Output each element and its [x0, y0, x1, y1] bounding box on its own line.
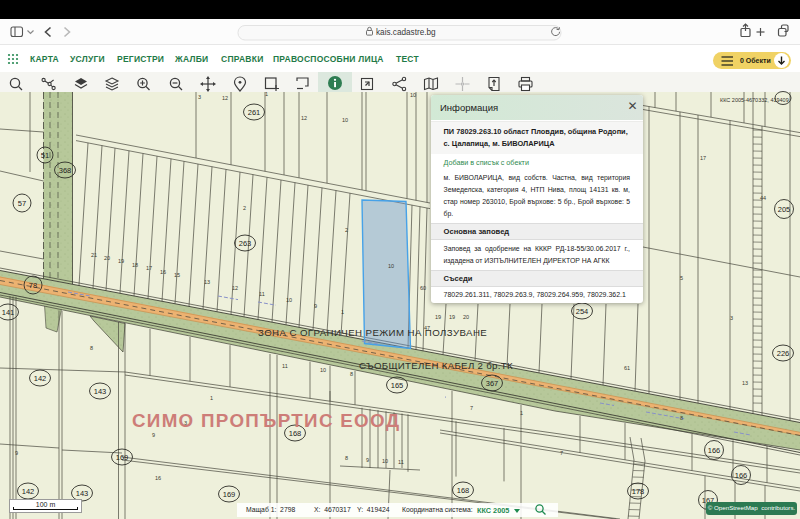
svg-text:15: 15	[174, 272, 180, 278]
svg-text:8: 8	[350, 371, 353, 377]
svg-text:166: 166	[735, 471, 748, 480]
svg-text:367: 367	[486, 379, 499, 388]
svg-text:368: 368	[59, 166, 72, 175]
svg-text:263: 263	[239, 239, 252, 248]
svg-text:9: 9	[15, 450, 18, 456]
svg-text:143: 143	[94, 387, 107, 396]
svg-text:141: 141	[2, 308, 15, 317]
svg-text:17: 17	[700, 155, 706, 161]
svg-text:169: 169	[223, 490, 236, 499]
svg-text:12: 12	[232, 285, 238, 291]
svg-text:ЗОНА С ОГРАНИЧЕН РЕЖИМ НА ПОЛЗ: ЗОНА С ОГРАНИЧЕН РЕЖИМ НА ПОЛЗУВАНЕ	[258, 327, 487, 338]
svg-text:142: 142	[34, 374, 47, 383]
svg-text:13: 13	[742, 380, 748, 386]
svg-text:12: 12	[301, 115, 307, 121]
svg-text:16: 16	[155, 475, 161, 481]
svg-text:254: 254	[576, 307, 589, 316]
svg-text:10: 10	[286, 297, 292, 303]
svg-text:9: 9	[152, 432, 155, 438]
svg-text:1: 1	[265, 91, 268, 97]
svg-text:5: 5	[680, 275, 683, 281]
svg-text:11: 11	[259, 291, 265, 297]
svg-text:СЪОБЩИТЕЛЕН КАБЕЛ 2 бр.ТК: СЪОБЩИТЕЛЕН КАБЕЛ 2 бр.ТК	[359, 360, 513, 371]
svg-text:12: 12	[222, 95, 228, 101]
svg-text:169: 169	[116, 453, 129, 462]
svg-text:10: 10	[320, 367, 326, 373]
svg-text:60: 60	[420, 285, 426, 291]
svg-text:261: 261	[248, 108, 261, 117]
svg-text:19: 19	[435, 314, 441, 320]
svg-text:18: 18	[132, 262, 138, 268]
svg-text:10: 10	[410, 92, 416, 98]
svg-text:1: 1	[210, 395, 213, 401]
svg-text:8: 8	[90, 345, 93, 351]
svg-text:20: 20	[463, 314, 469, 320]
svg-text:226: 226	[777, 349, 790, 358]
svg-text:44: 44	[760, 195, 766, 201]
svg-text:21: 21	[91, 252, 97, 258]
svg-text:3: 3	[198, 94, 201, 100]
svg-text:17: 17	[146, 265, 152, 271]
svg-text:9: 9	[366, 457, 369, 463]
svg-text:7: 7	[560, 450, 563, 456]
svg-text:16: 16	[160, 269, 166, 275]
svg-text:19: 19	[118, 258, 124, 264]
svg-text:51: 51	[41, 151, 49, 160]
svg-text:1: 1	[341, 309, 344, 315]
svg-text:165: 165	[391, 381, 404, 390]
svg-text:178: 178	[632, 487, 645, 496]
svg-text:142: 142	[22, 487, 35, 496]
svg-text:1: 1	[520, 410, 523, 416]
svg-text:10: 10	[342, 117, 348, 123]
svg-text:61: 61	[624, 365, 630, 371]
svg-text:78: 78	[29, 281, 37, 290]
svg-text:11: 11	[398, 459, 404, 465]
svg-text:166: 166	[708, 446, 721, 455]
svg-text:205: 205	[778, 205, 791, 214]
svg-text:20: 20	[104, 255, 110, 261]
svg-text:2: 2	[243, 205, 246, 211]
svg-text:8: 8	[680, 415, 683, 421]
svg-text:10: 10	[388, 263, 394, 269]
svg-text:СИМО ПРОПЪРТИС ЕООД: СИМО ПРОПЪРТИС ЕООД	[132, 410, 400, 431]
svg-text:2: 2	[345, 227, 348, 233]
svg-text:13: 13	[204, 279, 210, 285]
svg-text:8: 8	[345, 455, 348, 461]
svg-text:10: 10	[382, 458, 388, 464]
svg-text:ККС 2005-4670332, 419409: ККС 2005-4670332, 419409	[720, 97, 789, 103]
svg-text:3: 3	[730, 315, 733, 321]
svg-text:143: 143	[76, 489, 89, 498]
svg-text:9: 9	[314, 303, 317, 309]
svg-text:19: 19	[449, 314, 455, 320]
svg-text:7: 7	[470, 405, 473, 411]
svg-text:11: 11	[282, 363, 288, 369]
svg-text:168: 168	[457, 486, 470, 495]
svg-text:57: 57	[18, 199, 26, 208]
